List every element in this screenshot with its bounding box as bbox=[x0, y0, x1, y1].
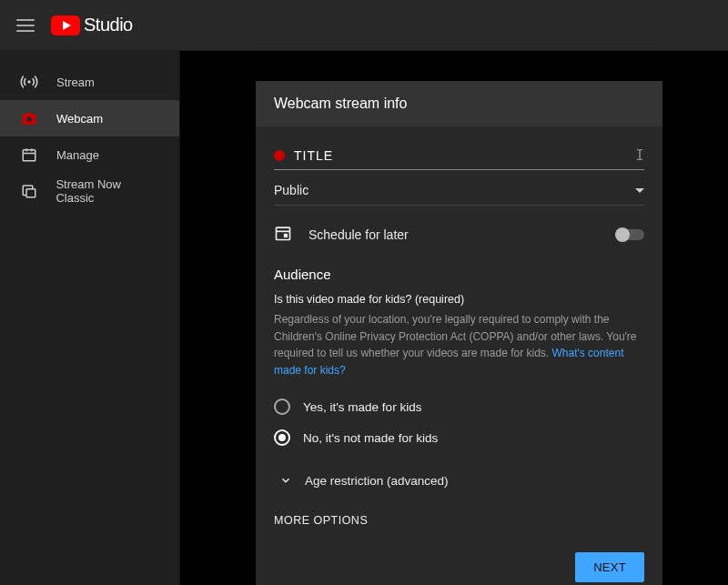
visibility-value: Public bbox=[274, 183, 308, 197]
top-bar: Studio bbox=[0, 0, 728, 51]
svg-rect-10 bbox=[284, 234, 288, 237]
dialog-title: Webcam stream info bbox=[256, 81, 662, 126]
radio-made-for-kids-no[interactable]: No, it's not made for kids bbox=[274, 422, 644, 453]
webcam-stream-info-dialog: Webcam stream info I Public bbox=[256, 81, 662, 585]
sidebar-item-manage[interactable]: Manage bbox=[0, 136, 179, 173]
radio-made-for-kids-yes[interactable]: Yes, it's made for kids bbox=[274, 391, 644, 422]
calendar-icon bbox=[20, 146, 38, 164]
audience-help-text: Regardless of your location, you're lega… bbox=[274, 311, 644, 378]
title-field[interactable]: I bbox=[274, 139, 644, 170]
svg-point-1 bbox=[26, 116, 32, 122]
age-restriction-expand[interactable]: Age restriction (advanced) bbox=[274, 459, 644, 498]
schedule-row: Schedule for later bbox=[274, 206, 644, 257]
youtube-studio-logo[interactable]: Studio bbox=[51, 15, 133, 35]
audience-heading: Audience bbox=[274, 257, 644, 293]
title-input[interactable] bbox=[294, 148, 619, 163]
audience-radio-group: Yes, it's made for kids No, it's not mad… bbox=[274, 378, 644, 459]
sidebar-item-stream-now-classic[interactable]: Stream Now Classic bbox=[0, 173, 179, 209]
main-area: Stream Webcam Manage Stream Now Classic … bbox=[0, 51, 728, 585]
schedule-toggle[interactable] bbox=[617, 229, 644, 240]
svg-rect-2 bbox=[23, 150, 35, 161]
audience-question: Is this video made for kids? (required) bbox=[274, 293, 644, 311]
youtube-play-icon bbox=[51, 15, 80, 35]
sidebar-item-label: Stream bbox=[56, 76, 95, 89]
stream-icon bbox=[20, 73, 38, 91]
classic-icon bbox=[20, 182, 37, 200]
text-cursor-icon: I bbox=[635, 146, 644, 164]
svg-rect-7 bbox=[26, 189, 35, 197]
sidebar: Stream Webcam Manage Stream Now Classic bbox=[0, 51, 180, 585]
next-button[interactable]: NEXT bbox=[575, 552, 644, 582]
sidebar-item-label: Stream Now Classic bbox=[56, 177, 159, 205]
age-restriction-label: Age restriction (advanced) bbox=[305, 474, 449, 488]
sidebar-item-label: Webcam bbox=[56, 112, 103, 126]
svg-point-0 bbox=[27, 80, 30, 83]
sidebar-item-webcam[interactable]: Webcam bbox=[0, 100, 179, 136]
app-name: Studio bbox=[84, 15, 133, 35]
chevron-down-icon bbox=[279, 473, 292, 489]
calendar-event-icon bbox=[274, 224, 292, 245]
svg-rect-8 bbox=[277, 227, 290, 239]
live-dot-icon bbox=[274, 150, 285, 161]
sidebar-item-label: Manage bbox=[56, 148, 99, 162]
sidebar-item-stream[interactable]: Stream bbox=[0, 64, 179, 100]
chevron-down-icon bbox=[635, 188, 644, 193]
content-area: Webcam stream info I Public bbox=[180, 51, 728, 585]
visibility-dropdown[interactable]: Public bbox=[274, 170, 644, 206]
camera-icon bbox=[20, 109, 38, 127]
radio-label: Yes, it's made for kids bbox=[303, 400, 421, 414]
menu-icon[interactable] bbox=[15, 15, 36, 36]
radio-label: No, it's not made for kids bbox=[303, 431, 438, 445]
schedule-label: Schedule for later bbox=[308, 227, 409, 242]
more-options-button[interactable]: MORE OPTIONS bbox=[274, 498, 644, 540]
